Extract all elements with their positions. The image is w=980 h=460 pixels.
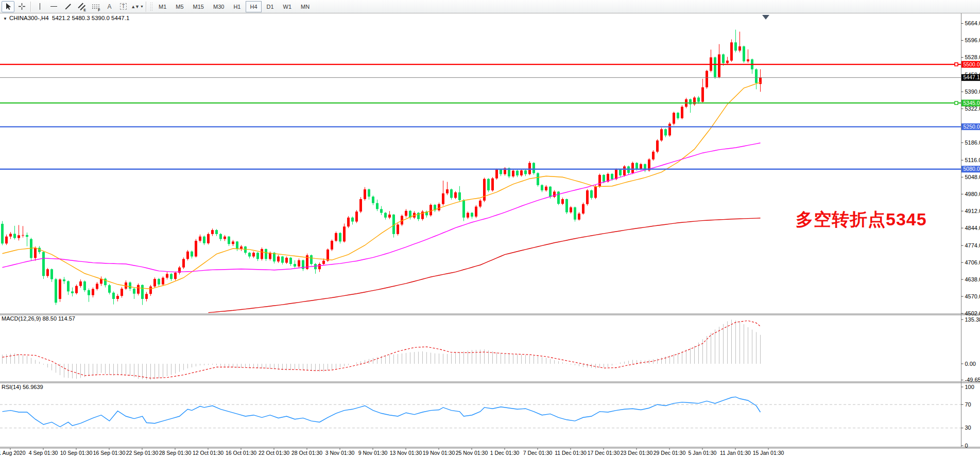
toolbar-grip-handle[interactable] [150, 2, 152, 11]
candle-body [578, 214, 580, 220]
timeframe-h1-button[interactable]: H1 [229, 1, 245, 12]
arrows-icon: ▲▼ [131, 4, 139, 9]
candle-body [174, 273, 177, 279]
cursor-icon [4, 3, 12, 10]
candle-body [331, 241, 333, 250]
trendline-tool-button[interactable] [61, 1, 74, 12]
dropdown-caret-icon[interactable]: ▼ [140, 5, 144, 8]
candle-body [1, 224, 4, 243]
candle-body [339, 233, 341, 241]
candle-body [298, 260, 300, 267]
vertical-line-tool-button[interactable] [33, 1, 46, 12]
timeframe-m5-button[interactable]: M5 [171, 1, 187, 12]
candle-body [397, 224, 399, 234]
candle-body [182, 259, 185, 267]
timeframe-mn-button[interactable]: MN [297, 1, 314, 12]
candle-body [88, 290, 90, 295]
candle-body [524, 170, 527, 174]
macd-axis-label: 0.00 [965, 361, 976, 367]
candle-body [454, 192, 457, 198]
time-axis-label: 22 Sep 01:30 [126, 450, 159, 456]
macd-indicator-label: MACD(12,26,9) 88.50 114.57 [2, 315, 75, 322]
candle-body [462, 200, 465, 218]
text-label-tool-button[interactable]: T [117, 1, 130, 12]
candle-body [743, 46, 745, 61]
rsi-axis-label: 0 [965, 443, 968, 449]
timeframe-w1-button[interactable]: W1 [279, 1, 296, 12]
candle-body [199, 237, 201, 241]
candle-body [652, 152, 655, 160]
candle-body [335, 233, 337, 241]
candle-body [372, 197, 374, 203]
candle-body [532, 163, 535, 173]
candle-body [664, 129, 667, 135]
crosshair-icon [18, 3, 26, 10]
chart-menu-triangle-icon[interactable]: ▼ [3, 16, 7, 21]
candle-body [598, 175, 601, 187]
candle-body [471, 213, 473, 217]
fibonacci-retracement-icon: F [92, 4, 99, 10]
timeframe-d1-button[interactable]: D1 [263, 1, 278, 12]
time-axis-label: 28 Oct 01:30 [291, 450, 322, 456]
candle-body [603, 175, 605, 182]
candle-body [747, 59, 749, 61]
price-axis-label: 5186.0 [965, 139, 980, 146]
candle-body [232, 241, 234, 244]
candle-body [458, 192, 461, 200]
arrows-tool-button[interactable]: ▲▼▼ [131, 1, 144, 12]
candle-body [108, 285, 111, 293]
candle-body [681, 107, 683, 118]
text-tool-button[interactable]: A [103, 1, 116, 12]
time-axis-label: 23 Dec 01:30 [621, 450, 653, 456]
cursor-tool-button[interactable] [2, 1, 14, 12]
candle-body [18, 235, 20, 238]
time-axis-label: 3 Nov 01:30 [325, 450, 355, 456]
time-axis-label: 19 Nov 01:30 [423, 450, 455, 456]
candle-body [537, 173, 539, 185]
time-axis-label: 4 Sep 01:30 [29, 450, 58, 456]
candle-body [186, 252, 189, 259]
equidistant-channel-tool-button[interactable]: E [75, 1, 88, 12]
candle-body [673, 113, 675, 123]
hline-handle[interactable] [955, 101, 958, 104]
candle-body [215, 230, 218, 234]
chart-background[interactable] [0, 13, 980, 460]
crosshair-tool-button[interactable] [15, 1, 28, 12]
chart-text-annotation[interactable]: 多空转折点5345 [796, 208, 927, 232]
candle-body [310, 255, 313, 264]
candle-body [83, 281, 86, 290]
candle-body [326, 250, 329, 261]
price-axis-label: 4638.0 [965, 276, 980, 282]
hline-handle[interactable] [955, 63, 958, 66]
time-axis-label: 16 Oct 01:30 [226, 450, 256, 456]
text-icon: A [107, 3, 111, 10]
timeframe-m15-button[interactable]: M15 [189, 1, 208, 12]
candle-body [166, 274, 168, 277]
candle-body [75, 286, 78, 293]
candle-body [158, 279, 160, 285]
macd-axis-label: 135.38 [965, 316, 980, 323]
rsi-axis-label: 70 [965, 401, 971, 408]
candle-body [42, 252, 45, 276]
timeframe-m1-button[interactable]: M1 [154, 1, 170, 12]
candle-body [656, 140, 659, 152]
candle-body [26, 235, 28, 237]
timeframe-h4-button[interactable]: H4 [246, 1, 261, 12]
candle-body [718, 55, 720, 77]
candle-body [557, 191, 560, 204]
candle-body [55, 279, 57, 303]
candle-body [384, 213, 387, 218]
candle-body [314, 264, 317, 269]
candle-body [63, 279, 65, 281]
candle-body [590, 190, 593, 198]
candle-body [116, 296, 119, 299]
candle-body [483, 179, 486, 201]
fibonacci-retracement-tool-button[interactable]: F [89, 1, 102, 12]
horizontal-line-tool-button[interactable] [47, 1, 60, 12]
candle-body [565, 199, 568, 213]
time-axis-label: 16 Sep 01:30 [93, 450, 126, 456]
candle-body [759, 78, 762, 84]
candle-body [594, 187, 597, 198]
candle-body [355, 211, 358, 221]
timeframe-m30-button[interactable]: M30 [209, 1, 228, 12]
